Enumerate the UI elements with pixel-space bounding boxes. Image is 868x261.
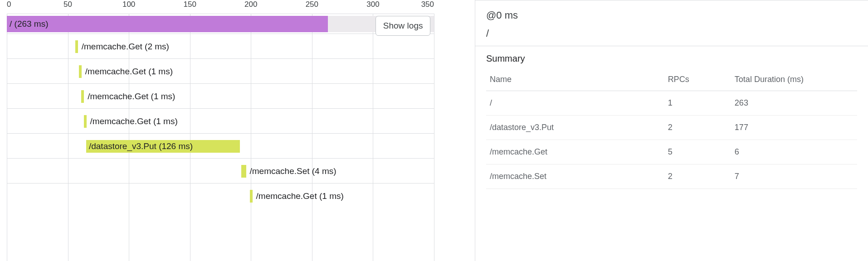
axis-tick: 250 [306,0,318,9]
span-label: /memcache.Get (1 ms) [256,191,344,201]
table-row[interactable]: /memcache.Get56 [486,140,857,164]
axis-ticks: 050100150200250300350 [7,0,434,14]
span-row-main[interactable]: / (263 ms) [7,14,434,34]
axis-tick: 350 [421,0,434,9]
axis-tick: 300 [366,0,379,9]
table-cell: 5 [664,140,731,164]
trace-waterfall: 050100150200250300350 / (263 ms)/memcach… [0,0,434,261]
span-row[interactable]: /memcache.Get (2 ms) [7,34,434,58]
table-cell: 177 [731,116,857,140]
span-label: /memcache.Get (1 ms) [90,116,178,126]
axis-tick: 150 [184,0,196,9]
table-cell: /datastore_v3.Put [486,116,664,140]
span-bar[interactable]: /memcache.Set (4 ms) [241,165,246,178]
span-row[interactable]: /memcache.Get (1 ms) [7,108,434,133]
table-cell: /memcache.Get [486,140,664,164]
span-bar[interactable]: /memcache.Get (2 ms) [75,40,78,53]
details-panel: @0 ms / Summary Name RPCs Total Duration… [475,0,868,261]
table-cell: 6 [731,140,857,164]
panel-title: Summary [486,53,857,64]
table-cell: 263 [731,91,857,116]
span-bar[interactable]: /memcache.Get (1 ms) [84,115,87,128]
span-bar[interactable]: /memcache.Get (1 ms) [250,190,253,203]
table-row[interactable]: /1263 [486,91,857,116]
span-bar[interactable]: /memcache.Get (1 ms) [81,90,84,103]
span-label: /memcache.Get (2 ms) [82,42,169,52]
table-row[interactable]: /memcache.Set27 [486,164,857,189]
summary-table: Name RPCs Total Duration (ms) /1263/data… [486,70,857,189]
axis-tick: 50 [63,0,72,9]
table-cell: 7 [731,164,857,189]
show-logs-button[interactable]: Show logs [375,16,431,36]
panel-time: @0 ms [486,10,857,21]
span-label: /datastore_v3.Put (126 ms) [89,141,193,151]
axis-tick: 200 [244,0,257,9]
axis-tick: 0 [7,0,11,9]
table-cell: 2 [664,116,731,140]
table-row[interactable]: /datastore_v3.Put2177 [486,116,857,140]
span-row[interactable]: /memcache.Set (4 ms) [7,158,434,183]
span-label: /memcache.Get (1 ms) [85,67,173,77]
grid-line [434,14,434,261]
col-rpcs: RPCs [664,70,731,91]
span-bar-main[interactable]: / (263 ms) [7,16,328,32]
col-total: Total Duration (ms) [731,70,857,91]
span-label: /memcache.Set (4 ms) [250,166,336,176]
col-name: Name [486,70,664,91]
span-bar[interactable]: /memcache.Get (1 ms) [79,65,82,78]
panel-path: / [486,28,857,39]
span-row[interactable]: /memcache.Get (1 ms) [7,58,434,83]
span-row[interactable]: /datastore_v3.Put (126 ms) [7,133,434,158]
span-row[interactable]: /memcache.Get (1 ms) [7,83,434,108]
span-label: /memcache.Get (1 ms) [88,92,175,102]
axis-tick: 100 [122,0,135,9]
table-cell: /memcache.Set [486,164,664,189]
table-cell: 2 [664,164,731,189]
table-cell: / [486,91,664,116]
span-label: / (263 ms) [10,19,49,29]
span-bar[interactable]: /datastore_v3.Put (126 ms) [86,140,240,153]
span-row[interactable]: /memcache.Get (1 ms) [7,183,434,208]
table-cell: 1 [664,91,731,116]
